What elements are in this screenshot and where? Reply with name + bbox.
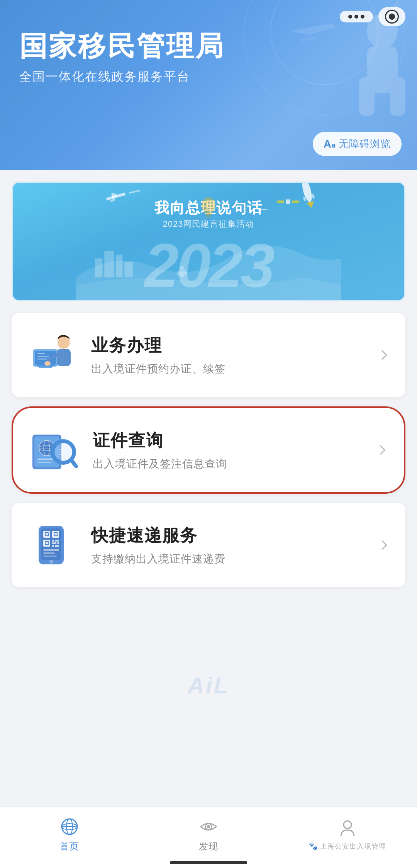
nav-spacer (0, 587, 417, 657)
watermark-area: AiL (0, 657, 417, 714)
banner-section: 我向总理说句话 2023网民建言征集活动 2023 (0, 170, 417, 301)
svg-rect-68 (43, 555, 57, 557)
svg-rect-31 (57, 349, 71, 366)
inquiry-menu-item[interactable]: 证件查询 出入境证件及签注信息查询 (12, 406, 405, 494)
svg-rect-29 (37, 358, 47, 360)
delivery-icon (31, 524, 73, 566)
business-arrow (375, 347, 390, 363)
banner-card[interactable]: 我向总理说句话 2023网民建言征集活动 2023 (12, 182, 405, 301)
delivery-title: 快捷速递服务 (91, 524, 361, 547)
chevron-right-icon-2 (376, 445, 385, 455)
inquiry-title: 证件查询 (93, 429, 359, 452)
svg-rect-59 (52, 540, 54, 542)
discover-icon (198, 816, 219, 837)
header-title: 国家移民管理局 (19, 31, 398, 61)
svg-point-69 (49, 560, 53, 564)
discover-label: 发现 (199, 840, 218, 853)
svg-point-75 (207, 825, 210, 828)
svg-rect-65 (55, 545, 59, 547)
svg-rect-67 (43, 552, 55, 554)
menu-section: 业务办理 出入境证件预约办证、续签 (0, 301, 417, 587)
svg-rect-41 (37, 462, 51, 463)
bottom-nav: 首页 发现 🐾 上海公安出入境管理 (0, 807, 417, 868)
dots-menu[interactable] (340, 11, 373, 22)
nav-management[interactable]: 🐾 上海公安出入境管理 (278, 818, 417, 851)
svg-point-76 (344, 821, 351, 829)
management-label: 🐾 上海公安出入境管理 (309, 842, 386, 851)
header-subtitle: 全国一体化在线政务服务平台 (19, 68, 398, 85)
dot-1 (348, 15, 352, 19)
svg-rect-26 (39, 367, 52, 368)
banner-subtitle: 2023网民建言征集活动 (13, 218, 404, 230)
business-title: 业务办理 (91, 334, 361, 357)
svg-rect-66 (43, 549, 59, 551)
home-indicator-bar (170, 861, 247, 864)
inquiry-desc: 出入境证件及签注信息查询 (93, 457, 359, 471)
chevron-right-icon (377, 350, 387, 360)
camera-icon (385, 10, 399, 24)
business-desc: 出入境证件预约办证、续签 (91, 362, 361, 376)
top-controls (340, 7, 405, 26)
svg-point-32 (44, 361, 51, 366)
svg-point-30 (58, 336, 70, 349)
chevron-right-icon-3 (377, 540, 387, 550)
inquiry-arrow (373, 442, 388, 458)
inquiry-icon (31, 427, 77, 473)
inquiry-icon-wrap (29, 425, 79, 475)
delivery-menu-item[interactable]: 快捷速递服务 支持缴纳出入境证件速递费 (12, 503, 405, 587)
nav-home[interactable]: 首页 (0, 816, 139, 853)
banner-inner: 我向总理说句话 2023网民建言征集活动 2023 (13, 183, 404, 300)
business-menu-item[interactable]: 业务办理 出入境证件预约办证、续签 (12, 313, 405, 397)
inquiry-content: 证件查询 出入境证件及签注信息查询 (93, 429, 359, 471)
business-content: 业务办理 出入境证件预约办证、续签 (91, 334, 361, 376)
svg-rect-62 (52, 542, 56, 544)
dot-3 (361, 15, 364, 19)
svg-rect-55 (54, 533, 57, 535)
svg-rect-63 (57, 542, 59, 544)
accessibility-label: 无障碍浏览 (339, 137, 391, 151)
svg-rect-64 (52, 545, 54, 547)
camera-button[interactable] (378, 7, 405, 26)
dot-2 (354, 15, 358, 19)
management-icon (337, 818, 358, 839)
delivery-content: 快捷速递服务 支持缴纳出入境证件速递费 (91, 524, 361, 566)
delivery-icon-wrap (27, 520, 77, 570)
svg-rect-58 (46, 542, 48, 544)
home-label: 首页 (60, 840, 79, 853)
nav-discover[interactable]: 发现 (139, 816, 278, 853)
banner-year: 2023 (13, 234, 404, 296)
home-icon (59, 816, 80, 837)
svg-line-44 (71, 460, 76, 466)
svg-rect-27 (37, 353, 45, 354)
banner-title: 我向总理说句话 (13, 198, 404, 218)
business-icon (29, 332, 75, 378)
accessibility-icon: Aₐ (324, 138, 336, 150)
svg-rect-52 (46, 533, 48, 535)
delivery-arrow (375, 537, 390, 553)
watermark-text: AiL (188, 672, 230, 699)
delivery-desc: 支持缴纳出入境证件速递费 (91, 552, 361, 566)
svg-rect-60 (55, 540, 57, 542)
svg-rect-28 (37, 356, 49, 357)
accessibility-button[interactable]: Aₐ 无障碍浏览 (313, 132, 402, 156)
business-icon-wrap (27, 330, 77, 380)
svg-rect-61 (57, 540, 59, 542)
